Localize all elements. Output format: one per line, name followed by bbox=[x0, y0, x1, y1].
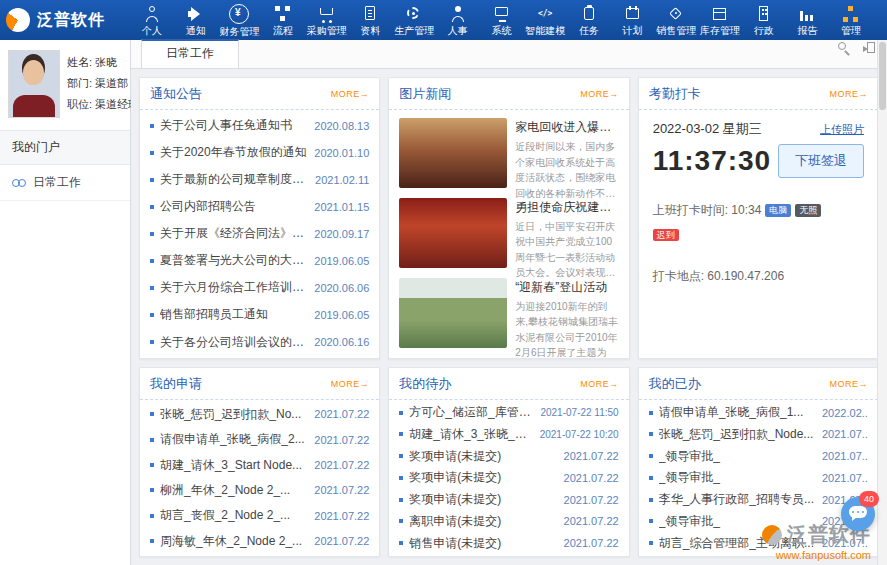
bullet-icon bbox=[150, 313, 154, 317]
done-item[interactable]: 李华_人事行政部_招聘专员...2021.07... bbox=[649, 491, 868, 508]
done-item[interactable]: _领导审批_2021.07... bbox=[649, 513, 868, 530]
nav-item-sales[interactable]: 销售管理 bbox=[656, 4, 696, 37]
app-window: 泛普软件 个人 通知 财务管理 流程 采购管理 资料 生产管理 人事 系统 智能… bbox=[0, 0, 887, 565]
more-link[interactable]: MORE→ bbox=[580, 89, 619, 99]
nav-label: 报告 bbox=[797, 26, 817, 36]
application-item[interactable]: 胡言_丧假_2_Node 2_...2021.07.22 bbox=[150, 507, 369, 524]
bullet-icon bbox=[399, 432, 403, 436]
link-icon bbox=[12, 178, 27, 188]
todo-item[interactable]: 胡建_请休_3_张晓_退回2021-07-22 10:20 bbox=[399, 426, 618, 443]
more-link[interactable]: MORE→ bbox=[331, 89, 370, 99]
sidebar-item-my-portal[interactable]: 我的门户 bbox=[0, 130, 130, 165]
panel-header: 通知公告 MORE→ bbox=[140, 78, 379, 110]
profile-department: 部门: 渠道部 bbox=[67, 73, 139, 94]
scrollbar-thumb[interactable] bbox=[879, 42, 886, 110]
news-item[interactable]: “迎新春”登山活动 为迎接2010新年的到来,攀枝花钢城集团瑞丰水泥有限公司于2… bbox=[399, 274, 618, 354]
sidebar-item-daily-work[interactable]: 日常工作 bbox=[0, 165, 130, 201]
nav-item-management[interactable]: 管理 bbox=[831, 4, 871, 37]
done-item[interactable]: _领导审批_2021.07... bbox=[649, 448, 868, 465]
nav-item-hr[interactable]: 人事 bbox=[438, 4, 478, 37]
item-text: 胡言_综合管理部_主动离职... bbox=[659, 535, 816, 552]
nav-item-admin[interactable]: 行政 bbox=[744, 4, 784, 37]
more-link[interactable]: MORE→ bbox=[829, 379, 868, 389]
application-item[interactable]: 柳洲_年休_2_Node 2_...2021.07.22 bbox=[150, 482, 369, 499]
todo-item[interactable]: 方可心_储运部_库管员_普...2021-07-22 11:50 bbox=[399, 404, 618, 421]
bullet-icon bbox=[150, 151, 154, 155]
notice-item[interactable]: 关于公司人事任免通知书2020.08.13 bbox=[150, 117, 369, 134]
sign-out-button[interactable]: 下班签退 bbox=[778, 144, 864, 178]
nav-item-system[interactable]: 系统 bbox=[482, 4, 522, 37]
application-item[interactable]: 请假申请单_张晓_病假_2...2021.07.22 bbox=[150, 431, 369, 448]
nav-item-personal[interactable]: 个人 bbox=[132, 4, 172, 37]
search-icon[interactable] bbox=[837, 41, 851, 55]
nav-item-process[interactable]: 流程 bbox=[263, 4, 303, 37]
notice-item[interactable]: 关于各分公司培训会议的通知2020.06.16 bbox=[150, 334, 369, 351]
application-item[interactable]: 张晓_惩罚_迟到扣款_No...2021.07.22 bbox=[150, 406, 369, 423]
panel-title: 图片新闻 bbox=[399, 85, 451, 103]
item-date: 2021.07.22 bbox=[564, 450, 619, 462]
chat-badge: 40 bbox=[859, 491, 879, 507]
news-item[interactable]: 勇担使命庆祝建党百年，中... 近日，中国平安召开庆祝中国共产党成立100周年暨… bbox=[399, 194, 618, 274]
attendance-clock: 11:37:30 bbox=[653, 145, 772, 177]
nav-label: 采购管理 bbox=[307, 26, 347, 36]
nav-item-production[interactable]: 生产管理 bbox=[394, 4, 434, 37]
todo-item[interactable]: 销售申请(未提交)2021.07.22 bbox=[399, 535, 618, 552]
done-item[interactable]: 请假申请单_张晓_病假_1...2022.02... bbox=[649, 404, 868, 421]
nav-item-notice[interactable]: 通知 bbox=[176, 4, 216, 37]
todo-item[interactable]: 离职申请(未提交)2021.07.22 bbox=[399, 513, 618, 530]
nav-item-planning[interactable]: 计划 bbox=[613, 4, 653, 37]
application-item[interactable]: 胡建_请休_3_Start Node...2021.07.22 bbox=[150, 457, 369, 474]
more-link[interactable]: MORE→ bbox=[829, 89, 868, 99]
done-item[interactable]: 张晓_惩罚_迟到扣款_Node...2021.07... bbox=[649, 426, 868, 443]
bullet-icon bbox=[150, 232, 154, 236]
todo-item[interactable]: 奖项申请(未提交)2021.07.22 bbox=[399, 448, 618, 465]
news-text: 为迎接2010新年的到来,攀枝花钢城集团瑞丰水泥有限公司于2010年2月6日开展… bbox=[515, 299, 618, 359]
item-text: 胡建_请休_3_张晓_退回 bbox=[409, 426, 533, 443]
nav-item-modeling[interactable]: 智能建模 bbox=[525, 4, 565, 37]
panel-header: 图片新闻 MORE→ bbox=[389, 78, 628, 110]
panel-header: 我的申请 MORE→ bbox=[140, 368, 379, 400]
done-item[interactable]: _领导审批_2021.07... bbox=[649, 469, 868, 486]
panel-attendance: 考勤打卡 MORE→ 2022-03-02 星期三 上传照片 11:37:30 … bbox=[638, 77, 879, 359]
notice-item[interactable]: 关于开展《经济合同法》的相关...2020.09.17 bbox=[150, 225, 369, 242]
panel-picture-news: 图片新闻 MORE→ 家电回收进入爆发期 家电... 近段时间以来，国内多个家电… bbox=[388, 77, 629, 359]
attendance-body: 2022-03-02 星期三 上传照片 11:37:30 下班签退 上班打卡时间… bbox=[639, 110, 878, 358]
notice-item[interactable]: 关于六月份综合工作培训内容及...2020.06.06 bbox=[150, 279, 369, 296]
nav-item-documents[interactable]: 资料 bbox=[350, 4, 390, 37]
nav-item-finance[interactable]: 财务管理 bbox=[219, 4, 259, 37]
bullet-icon bbox=[649, 541, 653, 545]
todo-item[interactable]: 奖项申请(未提交)2021.07.22 bbox=[399, 469, 618, 486]
vertical-scrollbar[interactable] bbox=[877, 40, 887, 565]
more-link[interactable]: MORE→ bbox=[331, 379, 370, 389]
app-logo[interactable]: 泛普软件 bbox=[6, 8, 128, 32]
item-date: 2021-07-22 11:50 bbox=[540, 407, 618, 418]
todo-item[interactable]: 奖项申请(未提交)2021.07.22 bbox=[399, 491, 618, 508]
notice-item[interactable]: 夏普签署与光大公司的大订单。2019.06.05 bbox=[150, 252, 369, 269]
notice-item[interactable]: 销售部招聘员工通知2019.06.05 bbox=[150, 306, 369, 323]
application-item[interactable]: 周海敏_年休_2_Node 2_...2021.07.22 bbox=[150, 533, 369, 550]
news-item[interactable]: 家电回收进入爆发期 家电... 近段时间以来，国内多个家电回收系统处于高度活跃状… bbox=[399, 114, 618, 194]
item-date: 2021.07.22 bbox=[314, 535, 369, 547]
notice-item[interactable]: 公司内部招聘公告2021.01.15 bbox=[150, 198, 369, 215]
nav-item-purchasing[interactable]: 采购管理 bbox=[307, 4, 347, 37]
tab-daily-work[interactable]: 日常工作 bbox=[141, 39, 239, 68]
user-icon bbox=[143, 5, 161, 23]
bullet-icon bbox=[649, 454, 653, 458]
nav-label: 智能建模 bbox=[525, 26, 565, 36]
exit-icon[interactable] bbox=[863, 41, 877, 55]
item-text: 胡言_丧假_2_Node 2_... bbox=[160, 507, 308, 524]
upload-photo-link[interactable]: 上传照片 bbox=[820, 122, 864, 137]
nav-item-reports[interactable]: 报告 bbox=[787, 4, 827, 37]
done-item[interactable]: 胡言_综合管理部_主动离职...2021.07... bbox=[649, 535, 868, 552]
item-date: 2021.07... bbox=[822, 450, 868, 462]
more-link[interactable]: MORE→ bbox=[580, 379, 619, 389]
notice-text: 夏普签署与光大公司的大订单。 bbox=[160, 252, 308, 269]
notice-list: 关于公司人事任免通知书2020.08.13 关于2020年春节放假的通知2020… bbox=[140, 110, 379, 358]
chat-button[interactable]: 40 bbox=[841, 497, 875, 531]
notice-item[interactable]: 关于最新的公司规章制度细节通知2021.02.11 bbox=[150, 171, 369, 188]
nav-item-inventory[interactable]: 库存管理 bbox=[700, 4, 740, 37]
dashboard-panels: 通知公告 MORE→ 关于公司人事任免通知书2020.08.13 关于2020年… bbox=[131, 69, 887, 565]
gear-icon bbox=[405, 5, 423, 23]
nav-item-tasks[interactable]: 任务 bbox=[569, 4, 609, 37]
notice-item[interactable]: 关于2020年春节放假的通知2020.01.10 bbox=[150, 144, 369, 161]
